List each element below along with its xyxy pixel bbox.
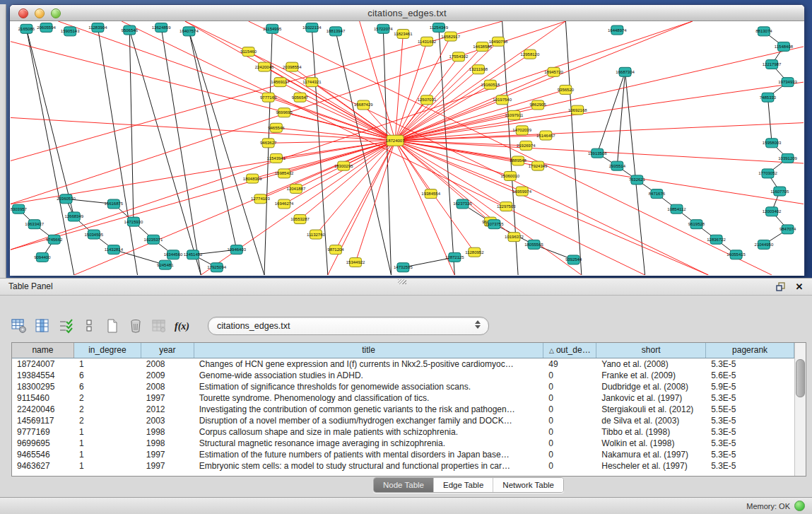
graph-node-label: 22420046: [255, 65, 274, 69]
graph-node-label: 12297503: [497, 204, 516, 209]
graph-node-label: 12958120: [521, 52, 540, 57]
cell: 9777169: [12, 426, 74, 438]
cell: 49: [543, 358, 596, 370]
float-window-icon: [776, 281, 786, 291]
float-panel-button[interactable]: [775, 281, 787, 292]
graph-node-label: 11543941: [267, 156, 286, 160]
graph-node-label: 20360530: [57, 197, 76, 201]
graph-edge: [280, 82, 395, 141]
graph-node-label: 12041887: [287, 187, 306, 191]
column-header-title[interactable]: title: [194, 343, 544, 358]
network-canvas[interactable]: 1872400791154602242004614569117977716996…: [11, 21, 804, 275]
cell: 5.3E-5: [706, 438, 794, 449]
cell: 0: [543, 460, 596, 472]
import-table-button[interactable]: [150, 317, 168, 335]
graph-node-label: 9463627: [260, 141, 277, 145]
function-builder-icon: f(x): [173, 318, 192, 334]
cell: Disruption of a novel member of a sodium…: [194, 415, 544, 426]
table-row[interactable]: 946362711997Embryonic stem cells: a mode…: [12, 460, 794, 472]
graph-node-label: 10553287: [290, 217, 310, 221]
tab-node-table[interactable]: Node Table: [374, 478, 434, 492]
table-row[interactable]: 1872400712008Changes of HCN gene express…: [12, 358, 794, 370]
cell: Investigating the contribution of common…: [194, 404, 544, 415]
panel-splitter-grip[interactable]: [398, 279, 406, 284]
graph-node-label: 12872125: [445, 255, 464, 259]
cell: 0: [543, 370, 596, 381]
cell: 2: [74, 392, 141, 404]
cell: 1998: [141, 426, 194, 438]
cell: Hescheler et al. (1997): [596, 460, 706, 472]
cell: Dudbridge et al. (2008): [596, 381, 706, 392]
table-mode-icon: [11, 318, 27, 334]
cell: 14569117: [12, 415, 74, 426]
graph-edge: [58, 21, 395, 141]
graph-node-label: 16237325: [453, 201, 472, 206]
tab-edge-table[interactable]: Edge Table: [434, 478, 493, 492]
graph-node-label: 15913508: [588, 151, 607, 156]
vertical-scrollbar[interactable]: [794, 343, 806, 476]
column-header-year[interactable]: year: [141, 343, 194, 358]
cell: 1997: [141, 460, 194, 472]
graph-node-label: 12507031: [418, 98, 437, 102]
column-header-pagerank[interactable]: pagerank: [706, 343, 794, 358]
citation-network-graph: 1872400791154602242004614569117977716996…: [11, 21, 804, 275]
graph-node-label: 12003402: [763, 209, 782, 214]
column-header-short[interactable]: short: [596, 343, 706, 358]
graph-edge: [98, 28, 137, 275]
cell: 9463627: [12, 460, 74, 472]
table-row[interactable]: 911546021997Tourette syndrome. Phenomeno…: [12, 392, 794, 404]
delete-columns-button[interactable]: [126, 317, 145, 335]
tab-network-table[interactable]: Network Table: [493, 478, 563, 492]
cell: Embryonic stem cells: a model to study s…: [194, 460, 544, 472]
column-header-name[interactable]: name: [12, 343, 74, 358]
graph-node-label: 14638588: [473, 45, 492, 49]
graph-node-label: 9056547: [292, 95, 309, 100]
graph-node-label: 18055565: [524, 243, 543, 247]
column-checklist-button[interactable]: [57, 317, 75, 335]
column-header-in_degree[interactable]: in_degree: [74, 343, 141, 358]
table-row[interactable]: 1938455462009Genome-wide association stu…: [12, 370, 794, 381]
table-mode-button[interactable]: [10, 317, 28, 335]
graph-edge: [185, 21, 709, 275]
graph-node-label: 15905143: [61, 29, 80, 33]
cell: 1: [74, 460, 141, 472]
graph-node-label: 16687304: [616, 70, 635, 74]
graph-node-label: 11097911: [505, 113, 524, 117]
graph-edge: [383, 29, 391, 275]
graph-node-label: 17703052: [758, 171, 777, 175]
cell: Tibbo et al. (1998): [596, 426, 706, 438]
graph-edge: [355, 141, 395, 262]
show-columns-button[interactable]: [33, 317, 52, 335]
scrollbar-thumb[interactable]: [796, 359, 805, 397]
graph-edge: [617, 72, 625, 166]
close-panel-button[interactable]: ✕: [794, 281, 805, 292]
network-window: citations_edges.txt 18724007911546022420…: [9, 4, 805, 276]
graph-node-label: 11431692: [418, 40, 437, 44]
table-row[interactable]: 977716911998Corpus callosum shape and si…: [12, 426, 794, 438]
function-builder-button[interactable]: f(x): [173, 317, 192, 335]
table-row[interactable]: 1830029562008Estimation of significance …: [12, 381, 794, 392]
graph-node-label: 17554302: [449, 54, 469, 59]
table-row[interactable]: 946554611997Estimation of the future num…: [12, 449, 794, 460]
column-header-out_de[interactable]: △out_de…: [543, 343, 596, 358]
cell: Nakamura et al. (1997): [596, 449, 706, 460]
network-table-select[interactable]: citations_edges.txt: [208, 317, 489, 335]
graph-node-label: 9245481: [157, 263, 174, 267]
cell: 5.3E-5: [706, 358, 794, 370]
table-row[interactable]: 1456911722003Disruption of a novel membe…: [12, 415, 794, 426]
graph-node-label: 7485333: [760, 95, 777, 100]
show-columns-icon: [35, 318, 50, 334]
create-column-button[interactable]: [103, 317, 122, 335]
network-window-titlebar[interactable]: citations_edges.txt: [10, 5, 804, 21]
cell: 0: [543, 426, 596, 438]
graph-node-label: 12624859: [152, 25, 171, 30]
cell: 5.3E-5: [706, 460, 794, 472]
row-height-button[interactable]: [80, 317, 98, 335]
cell: 19384554: [12, 370, 74, 381]
graph-node-label: 9115460: [240, 49, 257, 54]
graph-node-label: 20398554: [283, 65, 302, 69]
table-row[interactable]: 969969511998Structural magnetic resonanc…: [12, 438, 794, 449]
graph-node-label: 18048309: [243, 177, 262, 181]
graph-node-label: 17925094: [207, 265, 226, 269]
table-row[interactable]: 2242004622012Investigating the contribut…: [12, 404, 794, 415]
